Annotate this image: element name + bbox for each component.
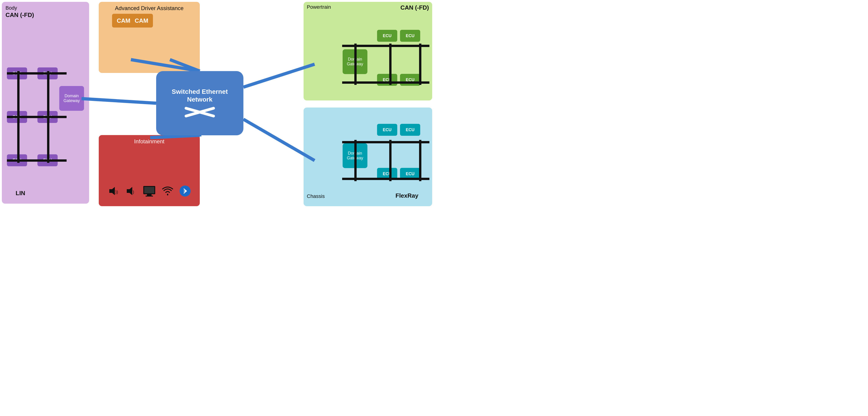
bluetooth-icon — [179, 185, 191, 197]
chassis-ecu-4: ECU — [400, 168, 420, 180]
chassis-domain-gateway: DomainGateway — [343, 143, 367, 168]
body-ecu-3: ECU — [7, 111, 27, 123]
diagram: Body CAN (-FD) LIN Advanced Driver Assis… — [0, 0, 434, 208]
powertrain-label: Powertrain — [307, 4, 331, 10]
body-ecu-2: ECU — [37, 67, 58, 79]
chassis-domain-gateway-label: DomainGateway — [347, 151, 363, 161]
svg-text:)): )) — [115, 189, 118, 194]
svg-marker-0 — [109, 187, 115, 195]
cam2-box: CAM — [130, 14, 153, 28]
body-domain-gateway: DomainGateway — [59, 86, 84, 111]
svg-rect-7 — [146, 196, 153, 197]
cam2-container: CAM — [130, 15, 139, 26]
chassis-ecu-3: ECU — [377, 168, 397, 180]
wifi-icon — [162, 185, 174, 197]
speaker2-icon: ) — [125, 185, 137, 197]
cam1-label: CAM — [117, 17, 130, 24]
powertrain-domain-gateway: DomainGateway — [343, 49, 367, 74]
body-lin-label: LIN — [16, 189, 25, 197]
chassis-panel: Chassis FlexRay — [304, 108, 432, 206]
ethernet-network-box: Switched Ethernet Network — [156, 71, 243, 135]
powertrain-ecu-3: ECU — [377, 74, 397, 86]
svg-rect-6 — [147, 194, 152, 196]
body-can-label: CAN (-FD) — [5, 11, 34, 19]
eth-network-title: Switched Ethernet Network — [172, 88, 228, 103]
svg-line-26 — [82, 99, 156, 103]
body-ecu-6: ECU — [37, 154, 58, 166]
powertrain-ecu-1: ECU — [377, 30, 397, 42]
adas-panel: Advanced Driver Assistance — [99, 2, 200, 73]
svg-text:): ) — [133, 189, 134, 194]
body-ecu-5: ECU — [7, 154, 27, 166]
svg-point-8 — [167, 194, 168, 196]
chassis-ecu-2: ECU — [400, 124, 420, 136]
powertrain-can-label: CAN (-FD) — [401, 4, 429, 11]
monitor-icon — [143, 185, 156, 197]
infotainment-panel: Infotainment )) ) — [99, 135, 200, 206]
chassis-label: Chassis — [307, 193, 325, 199]
cam1-container: CAM — [112, 15, 121, 26]
powertrain-ecu-4: ECU — [400, 74, 420, 86]
switch-symbol — [184, 106, 216, 118]
svg-marker-2 — [127, 187, 132, 195]
body-domain-gateway-label: DomainGateway — [63, 94, 80, 103]
infotainment-label: Infotainment — [99, 138, 200, 145]
body-ecu-1: ECU — [7, 67, 27, 79]
cam2-label: CAM — [134, 17, 148, 24]
powertrain-ecu-2: ECU — [400, 30, 420, 42]
svg-rect-5 — [144, 187, 154, 193]
speaker1-icon: )) — [107, 185, 119, 197]
body-label: Body — [5, 5, 17, 11]
powertrain-domain-gateway-label: DomainGateway — [347, 57, 363, 67]
body-ecu-4: ECU — [37, 111, 58, 123]
adas-cams: CAM CAM — [112, 15, 139, 26]
chassis-ecu-1: ECU — [377, 124, 397, 136]
infotainment-icons: )) ) — [99, 185, 200, 197]
adas-label: Advanced Driver Assistance — [99, 5, 200, 11]
chassis-flexray-label: FlexRay — [396, 192, 418, 199]
